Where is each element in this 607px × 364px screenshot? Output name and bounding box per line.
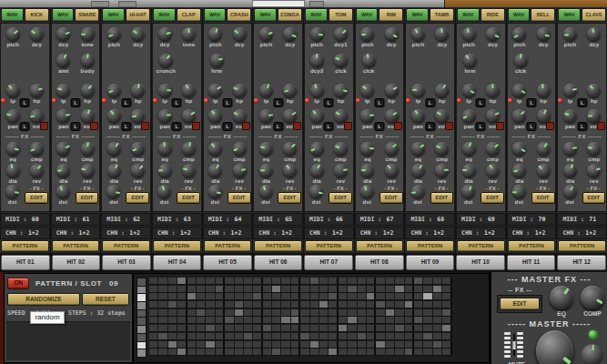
filter-link-button[interactable]: L (223, 98, 233, 107)
knob-dst[interactable] (512, 185, 526, 198)
step-cell[interactable] (291, 309, 300, 317)
knob-pan[interactable] (208, 109, 222, 123)
step-cell[interactable] (376, 293, 385, 300)
hit-tab-2[interactable]: HIT 02 (52, 255, 101, 270)
step-cell[interactable] (367, 301, 376, 308)
step-cell[interactable] (216, 293, 225, 300)
knob-vol[interactable] (182, 109, 196, 123)
channel-name-button[interactable]: BELL (531, 8, 555, 22)
knob-lp[interactable] (259, 84, 273, 97)
step-cell[interactable] (177, 349, 187, 356)
knob-eq[interactable] (6, 142, 20, 156)
knob-pan[interactable] (56, 109, 70, 123)
step-cell[interactable] (386, 286, 395, 293)
wav-button[interactable]: WAV (558, 8, 581, 22)
knob-dcy[interactable] (283, 27, 297, 41)
step-cell[interactable] (442, 301, 451, 308)
step-cell[interactable] (414, 349, 423, 356)
step-cell[interactable] (168, 301, 177, 308)
knob-eq[interactable] (512, 142, 526, 156)
step-cell[interactable] (149, 341, 158, 349)
step-cell[interactable] (339, 333, 348, 340)
step-cell[interactable] (329, 286, 338, 293)
fx-edit-button[interactable]: EDIT (582, 192, 606, 204)
knob-eq[interactable] (56, 142, 70, 156)
hit-tab-5[interactable]: HIT 05 (203, 255, 252, 270)
step-cell[interactable] (177, 325, 187, 332)
knob-vol[interactable] (30, 109, 44, 123)
step-cell[interactable] (263, 286, 272, 293)
knob-dla[interactable] (563, 164, 577, 177)
knob-rev[interactable] (537, 164, 551, 177)
step-cell[interactable] (253, 333, 262, 340)
step-cell[interactable] (291, 293, 300, 300)
step-cell[interactable] (405, 341, 414, 349)
step-cell[interactable] (319, 333, 329, 340)
knob-dcy[interactable] (537, 27, 551, 41)
step-cell[interactable] (329, 309, 338, 317)
chn-display[interactable]: CHN :1+2 (355, 227, 405, 239)
fx-edit-button[interactable]: EDIT (531, 192, 555, 204)
knob-lp[interactable] (310, 84, 324, 97)
master-aux-knob[interactable] (582, 344, 603, 364)
midi-display[interactable]: MIDI :69 (456, 213, 506, 226)
step-cell[interactable] (272, 278, 281, 285)
step-cell[interactable] (386, 301, 395, 308)
step-cell[interactable] (281, 349, 290, 356)
step-cell[interactable] (168, 333, 177, 340)
step-cell[interactable] (423, 301, 432, 308)
knob-dst[interactable] (157, 185, 171, 198)
fx-edit-button[interactable]: EDIT (228, 192, 251, 204)
step-cell[interactable] (235, 333, 244, 340)
step-cell[interactable] (367, 333, 376, 340)
midi-display[interactable]: MIDI :64 (203, 213, 253, 226)
fx-edit-button[interactable]: EDIT (278, 192, 301, 204)
step-cell[interactable] (197, 325, 206, 332)
step-cell[interactable] (423, 293, 432, 300)
midi-display[interactable]: MIDI :70 (507, 213, 557, 226)
mix-link-button[interactable]: L (324, 122, 334, 131)
step-cell[interactable] (206, 349, 215, 356)
knob-dcy[interactable] (158, 27, 172, 41)
step-cell[interactable] (319, 309, 329, 317)
step-cell[interactable] (376, 317, 385, 324)
step-cell[interactable] (149, 278, 158, 285)
wav-button[interactable]: WAV (153, 8, 176, 22)
step-cell[interactable] (414, 317, 423, 324)
step-cell[interactable] (197, 317, 206, 324)
mix-link-button[interactable]: L (172, 122, 182, 131)
knob-eq[interactable] (158, 142, 172, 156)
knob-dst[interactable] (259, 185, 273, 198)
knob-ptch[interactable] (512, 27, 526, 41)
knob-lp[interactable] (360, 84, 374, 97)
reset-button[interactable]: RESET (82, 293, 129, 306)
step-cell[interactable] (206, 317, 215, 324)
step-cell[interactable] (291, 333, 300, 340)
step-cell[interactable] (168, 341, 177, 349)
midi-display[interactable]: MIDI :71 (557, 213, 607, 226)
step-cell[interactable] (281, 317, 290, 324)
step-cell[interactable] (376, 301, 385, 308)
step-cell[interactable] (281, 309, 290, 317)
knob-rev[interactable] (587, 164, 601, 177)
knob-eq[interactable] (259, 142, 273, 156)
knob-lp[interactable] (158, 84, 172, 97)
wav-button[interactable]: WAV (356, 8, 379, 22)
step-cell[interactable] (177, 333, 187, 340)
mix-link-button[interactable]: L (375, 122, 385, 131)
step-cell[interactable] (310, 349, 319, 356)
step-cell[interactable] (423, 278, 432, 285)
knob-hp[interactable] (435, 84, 449, 97)
pattern-button[interactable]: PATTERN (102, 240, 150, 252)
channel-name-button[interactable]: TAMB (430, 8, 454, 22)
step-cell[interactable] (367, 286, 376, 293)
step-cell[interactable] (281, 278, 290, 285)
step-cell[interactable] (149, 309, 158, 317)
step-cell[interactable] (423, 317, 432, 324)
step-cell[interactable] (216, 341, 225, 349)
step-cell[interactable] (433, 317, 442, 324)
knob-cmp[interactable] (385, 142, 399, 156)
step-cell[interactable] (187, 317, 197, 324)
step-cell[interactable] (329, 325, 338, 332)
wav-button[interactable]: WAV (102, 8, 125, 22)
